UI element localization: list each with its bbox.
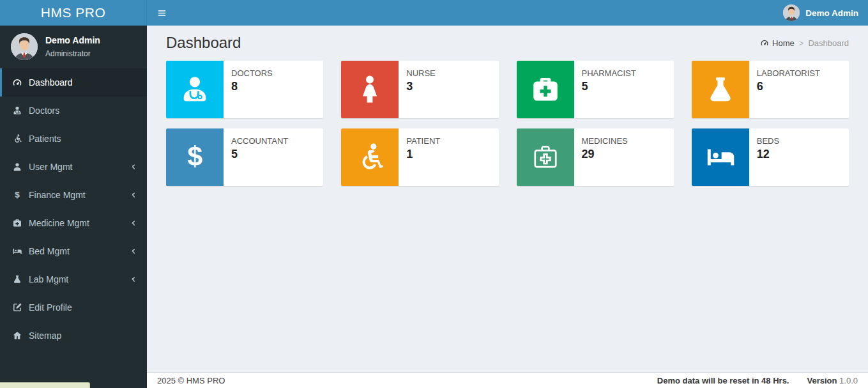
edit-icon: [12, 302, 22, 313]
user-avatar: [11, 33, 38, 60]
chevron-left-icon: [130, 163, 137, 171]
content-area: Dashboard Home > Dashboard DOCTORS8NURSE…: [147, 26, 868, 372]
user-menu[interactable]: Demo Admin: [773, 0, 868, 26]
sidebar-profile: Demo Admin Administrator: [0, 26, 147, 68]
profile-name: Demo Admin: [45, 35, 100, 45]
stat-card-label: LABORATORIST: [757, 68, 820, 78]
stat-card-value: 5: [231, 148, 288, 161]
brand-title: HMS PRO: [41, 5, 106, 20]
medkit-icon: [517, 61, 574, 118]
stat-card-label: PHARMACIST: [582, 68, 636, 78]
user-icon: [12, 162, 22, 172]
footer-copyright: 2025 © HMS PRO: [157, 376, 225, 385]
stat-card-body: MEDICINES29: [574, 128, 636, 186]
stat-card-label: PATIENT: [406, 136, 440, 146]
link-status-tooltip: [0, 382, 90, 388]
stat-card-laboratorist[interactable]: LABORATORIST6: [692, 61, 849, 118]
sidebar-item-lab-mgmt[interactable]: Lab Mgmt: [0, 265, 147, 293]
flask-icon: [12, 274, 22, 284]
wheelchair-icon: [341, 128, 399, 186]
stat-card-label: BEDS: [757, 136, 779, 146]
sidebar-item-dashboard[interactable]: Dashboard: [0, 68, 147, 97]
stat-cards-grid: DOCTORS8NURSE3PHARMACIST5LABORATORIST6$A…: [147, 59, 868, 187]
stat-card-body: BEDS12: [749, 128, 787, 186]
dashboard-icon: [12, 77, 22, 88]
stat-card-value: 29: [582, 148, 628, 161]
doctor-icon: [12, 105, 22, 116]
sidebar-item-label: Doctors: [29, 105, 137, 116]
chevron-left-icon: [130, 219, 137, 227]
profile-role: Administrator: [45, 49, 100, 58]
top-header: Demo Admin: [147, 0, 868, 26]
sidebar-item-sitemap[interactable]: Sitemap: [0, 322, 147, 350]
footer-demo-notice: Demo data will be reset in 48 Hrs.: [657, 376, 789, 385]
page-title: Dashboard: [166, 34, 241, 52]
chevron-left-icon: [130, 191, 137, 199]
app-root: HMS PRO Demo Admin Administrator Dashboa…: [0, 0, 868, 388]
doctor-icon: [166, 61, 224, 118]
footer-version: Version 1.0.0: [807, 376, 858, 385]
stat-card-accountant[interactable]: $ACCOUNTANT5: [166, 128, 323, 186]
stat-card-nurse[interactable]: NURSE3: [341, 61, 498, 118]
sidebar-item-label: Lab Mgmt: [29, 274, 130, 284]
sidebar-item-label: User Mgmt: [29, 162, 130, 172]
wheelchair-icon: [12, 134, 22, 144]
stat-card-doctors[interactable]: DOCTORS8: [166, 61, 323, 118]
sidebar-toggle-button[interactable]: [147, 0, 177, 26]
chevron-left-icon: [130, 247, 137, 255]
sidebar-item-edit-profile[interactable]: Edit Profile: [0, 293, 147, 322]
dashboard-icon: [760, 38, 769, 47]
sidebar-profile-text: Demo Admin Administrator: [45, 35, 100, 58]
breadcrumb-home-label: Home: [772, 38, 795, 48]
stat-card-value: 3: [406, 80, 436, 93]
sidebar-item-user-mgmt[interactable]: User Mgmt: [0, 153, 147, 181]
breadcrumb-current: Dashboard: [808, 38, 849, 48]
stat-card-body: PHARMACIST5: [574, 61, 644, 118]
sidebar: HMS PRO Demo Admin Administrator Dashboa…: [0, 0, 147, 388]
dollar-icon: $: [166, 128, 224, 186]
sidebar-item-label: Medicine Mgmt: [29, 218, 130, 228]
stat-card-body: LABORATORIST6: [749, 61, 828, 118]
bed-icon: [692, 128, 749, 186]
stat-card-body: DOCTORS8: [224, 61, 280, 118]
stat-card-label: NURSE: [406, 68, 436, 78]
home-icon: [12, 330, 22, 341]
stat-card-body: NURSE3: [399, 61, 443, 118]
svg-text:$: $: [15, 190, 20, 199]
stat-card-pharmacist[interactable]: PHARMACIST5: [517, 61, 674, 118]
main-column: Demo Admin Dashboard Home > Dashboard DO…: [147, 0, 868, 388]
footer: 2025 © HMS PRO Demo data will be reset i…: [147, 372, 868, 388]
sidebar-item-patients[interactable]: Patients: [0, 125, 147, 153]
stat-card-body: ACCOUNTANT5: [224, 128, 296, 186]
sidebar-item-label: Sitemap: [29, 330, 137, 341]
stat-card-label: ACCOUNTANT: [231, 136, 288, 146]
sidebar-item-doctors[interactable]: Doctors: [0, 97, 147, 125]
stat-card-body: PATIENT1: [399, 128, 448, 186]
sidebar-item-label: Finance Mgmt: [29, 190, 130, 200]
sidebar-item-label: Edit Profile: [29, 302, 137, 313]
medkit-outline-icon: [517, 128, 574, 186]
stat-card-value: 1: [406, 148, 440, 161]
stat-card-value: 8: [231, 80, 273, 93]
breadcrumb: Home > Dashboard: [760, 38, 849, 48]
stat-card-patient[interactable]: PATIENT1: [341, 128, 498, 186]
stat-card-beds[interactable]: BEDS12: [692, 128, 849, 186]
breadcrumb-home-link[interactable]: Home: [760, 38, 795, 48]
svg-text:$: $: [187, 141, 202, 171]
sidebar-item-label: Dashboard: [29, 77, 137, 88]
medkit-icon: [12, 218, 22, 228]
sidebar-item-finance-mgmt[interactable]: $Finance Mgmt: [0, 181, 147, 209]
brand-logo[interactable]: HMS PRO: [0, 0, 147, 26]
user-menu-label: Demo Admin: [805, 8, 858, 18]
stat-card-value: 5: [582, 80, 636, 93]
sidebar-item-medicine-mgmt[interactable]: Medicine Mgmt: [0, 209, 147, 237]
stat-card-label: MEDICINES: [582, 136, 628, 146]
sidebar-item-label: Patients: [29, 134, 137, 144]
stat-card-medicines[interactable]: MEDICINES29: [517, 128, 674, 186]
sidebar-item-bed-mgmt[interactable]: Bed Mgmt: [0, 237, 147, 265]
stat-card-value: 6: [757, 80, 820, 93]
female-icon: [341, 61, 399, 118]
user-avatar: [783, 4, 800, 21]
chevron-left-icon: [130, 275, 137, 283]
stat-card-label: DOCTORS: [231, 68, 273, 78]
